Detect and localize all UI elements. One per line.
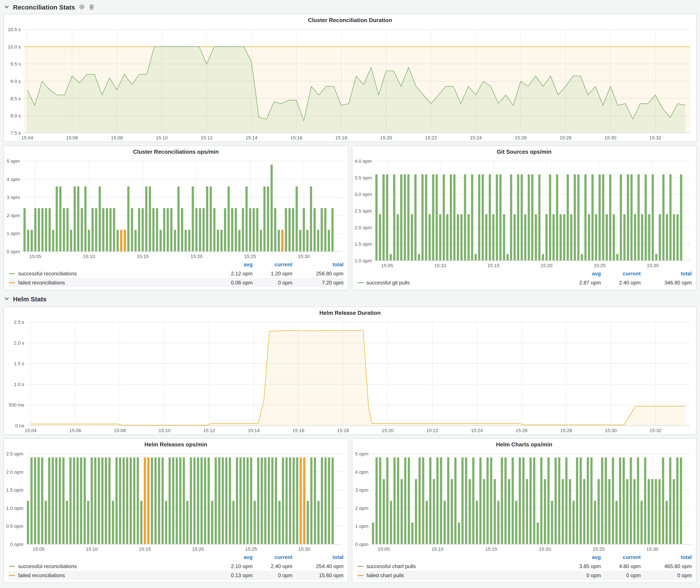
svg-text:2 opm: 2 opm bbox=[7, 213, 20, 218]
chevron-down-icon[interactable] bbox=[4, 297, 9, 300]
svg-text:15:30: 15:30 bbox=[646, 546, 658, 552]
legend-value-total: 346.80 opm bbox=[641, 279, 692, 286]
gear-icon[interactable] bbox=[79, 4, 85, 10]
panel-title[interactable]: Helm Charts ops/min bbox=[352, 439, 696, 450]
svg-text:4.0 opm: 4.0 opm bbox=[355, 158, 372, 164]
legend-col-avg[interactable]: avg bbox=[553, 554, 601, 560]
helm-release-duration-chart[interactable]: 15:0415:0615:0815:1015:1215:1415:1615:18… bbox=[4, 319, 696, 434]
panel-helm-charts-opm: Helm Charts ops/min 15:0515:1015:1515:20… bbox=[352, 438, 697, 583]
chevron-down-icon[interactable] bbox=[4, 5, 9, 9]
legend-value-current: 2.40 opm bbox=[601, 279, 641, 286]
svg-text:5 opm: 5 opm bbox=[7, 158, 20, 164]
svg-text:15:30: 15:30 bbox=[605, 428, 617, 433]
series-label[interactable]: successful reconciliations bbox=[18, 270, 77, 276]
svg-text:5 opm: 5 opm bbox=[355, 451, 368, 457]
svg-text:15:30: 15:30 bbox=[298, 254, 310, 259]
svg-text:10.5 s: 10.5 s bbox=[8, 27, 21, 32]
svg-text:4 opm: 4 opm bbox=[7, 177, 20, 182]
series-label[interactable]: failed chart pulls bbox=[366, 572, 404, 578]
svg-text:8.5 s: 8.5 s bbox=[10, 96, 21, 101]
legend-value-avg: 0.06 opm bbox=[205, 279, 253, 286]
legend-col-total[interactable]: total bbox=[292, 554, 344, 560]
series-label[interactable]: successful git pulls bbox=[366, 279, 410, 286]
legend-col-current[interactable]: current bbox=[601, 271, 641, 277]
svg-text:15:10: 15:10 bbox=[156, 135, 168, 141]
svg-text:0.5 opm: 0.5 opm bbox=[6, 523, 24, 529]
svg-text:2.5 opm: 2.5 opm bbox=[6, 451, 24, 457]
legend-value-avg: 3.85 opm bbox=[553, 563, 601, 569]
legend-row: successful chart pulls 3.85 opm 4.80 opm… bbox=[356, 562, 692, 571]
svg-text:15:32: 15:32 bbox=[650, 428, 661, 433]
svg-text:15:30: 15:30 bbox=[647, 263, 658, 268]
section-title[interactable]: Reconciliation Stats bbox=[13, 3, 75, 11]
panel-title[interactable]: Cluster Reconciliations ops/min bbox=[4, 146, 348, 158]
legend-col-avg[interactable]: avg bbox=[553, 271, 601, 277]
legend-col-total[interactable]: total bbox=[292, 262, 344, 268]
svg-text:15:28: 15:28 bbox=[560, 135, 571, 141]
svg-text:9.0 s: 9.0 s bbox=[10, 79, 21, 84]
panel-title[interactable]: Helm Releases ops/min bbox=[4, 439, 348, 450]
panel-cluster-reconciliation-duration: Cluster Reconciliation Duration 15:0415:… bbox=[3, 14, 697, 142]
svg-text:2.5 opm: 2.5 opm bbox=[355, 208, 372, 214]
section-helm-stats: Helm Stats bbox=[3, 291, 697, 307]
svg-text:2 opm: 2 opm bbox=[355, 506, 368, 511]
svg-text:15:25: 15:25 bbox=[245, 546, 257, 552]
svg-text:15:06: 15:06 bbox=[69, 428, 81, 433]
legend-col-avg[interactable]: avg bbox=[205, 554, 253, 560]
svg-text:15:10: 15:10 bbox=[86, 546, 98, 552]
legend-col-avg[interactable]: avg bbox=[205, 262, 253, 268]
svg-text:15:04: 15:04 bbox=[21, 135, 33, 141]
svg-text:9.5 s: 9.5 s bbox=[10, 61, 21, 67]
series-label[interactable]: failed reconciliations bbox=[18, 572, 65, 578]
svg-text:15:20: 15:20 bbox=[380, 135, 392, 141]
series-color-marker bbox=[9, 575, 15, 576]
series-label[interactable]: failed reconciliations bbox=[18, 279, 65, 286]
svg-text:15:10: 15:10 bbox=[431, 546, 443, 552]
svg-text:15:18: 15:18 bbox=[337, 428, 349, 433]
legend-value-total: 254.40 opm bbox=[292, 563, 344, 569]
legend-col-current[interactable]: current bbox=[601, 554, 641, 560]
git-sources-chart[interactable]: 15:0515:1015:1515:2015:2515:301.0 opm1.5… bbox=[352, 158, 696, 269]
series-label[interactable]: successful chart pulls bbox=[366, 563, 416, 569]
legend-row: successful reconciliations 2.12 opm 1.20… bbox=[8, 269, 344, 278]
svg-text:15:08: 15:08 bbox=[114, 428, 126, 433]
helm-releases-chart[interactable]: 15:0515:1015:1515:2015:2515:300 opm0.5 o… bbox=[4, 450, 348, 553]
svg-text:2.0 opm: 2.0 opm bbox=[6, 469, 24, 475]
trash-icon[interactable] bbox=[89, 4, 95, 10]
legend-row: successful reconciliations 2.10 opm 2.40… bbox=[8, 562, 344, 571]
svg-text:2.0 s: 2.0 s bbox=[14, 340, 24, 346]
cluster-reconciliation-duration-chart[interactable]: 15:0415:0615:0815:1015:1215:1415:1615:18… bbox=[4, 26, 696, 142]
legend-row: successful git pulls 2.87 opm 2.40 opm 3… bbox=[356, 278, 692, 287]
panel-title[interactable]: Git Sources ops/min bbox=[352, 146, 696, 158]
svg-text:15:12: 15:12 bbox=[201, 135, 213, 141]
legend-value-total: 7.20 opm bbox=[292, 279, 344, 286]
svg-text:15:15: 15:15 bbox=[137, 254, 149, 259]
legend-col-total[interactable]: total bbox=[641, 554, 692, 560]
svg-text:1.0 s: 1.0 s bbox=[14, 382, 24, 387]
svg-text:0 opm: 0 opm bbox=[355, 542, 368, 547]
svg-text:15:20: 15:20 bbox=[539, 546, 551, 552]
svg-text:15:25: 15:25 bbox=[244, 254, 256, 259]
legend-col-total[interactable]: total bbox=[641, 271, 692, 277]
svg-text:1.5 opm: 1.5 opm bbox=[6, 487, 24, 493]
svg-text:15:05: 15:05 bbox=[381, 263, 393, 268]
legend-header: avg current total bbox=[8, 553, 344, 562]
legend-col-current[interactable]: current bbox=[253, 554, 292, 560]
section-title[interactable]: Helm Stats bbox=[13, 295, 47, 302]
series-label[interactable]: successful reconciliations bbox=[18, 563, 77, 569]
svg-text:15:28: 15:28 bbox=[560, 428, 572, 433]
helm-charts-chart[interactable]: 15:0515:1015:1515:2015:2515:300 opm1 opm… bbox=[352, 450, 696, 553]
legend-value-current: 0 opm bbox=[253, 572, 292, 578]
svg-text:15:05: 15:05 bbox=[377, 546, 389, 552]
panel-title[interactable]: Cluster Reconciliation Duration bbox=[4, 14, 696, 26]
svg-text:15:24: 15:24 bbox=[471, 428, 483, 433]
legend-value-current: 2.40 opm bbox=[253, 563, 292, 569]
panel-title[interactable]: Helm Release Duration bbox=[4, 307, 696, 319]
cluster-reconciliations-chart[interactable]: 15:0515:1015:1515:2015:2515:300 opm1 opm… bbox=[4, 158, 348, 260]
legend-value-avg: 0.13 opm bbox=[205, 572, 253, 578]
svg-text:15:20: 15:20 bbox=[190, 254, 202, 259]
legend-col-current[interactable]: current bbox=[253, 262, 292, 268]
legend-value-current: 0 opm bbox=[253, 279, 292, 286]
svg-text:1.0 opm: 1.0 opm bbox=[355, 258, 372, 263]
svg-text:15:30: 15:30 bbox=[298, 546, 310, 552]
